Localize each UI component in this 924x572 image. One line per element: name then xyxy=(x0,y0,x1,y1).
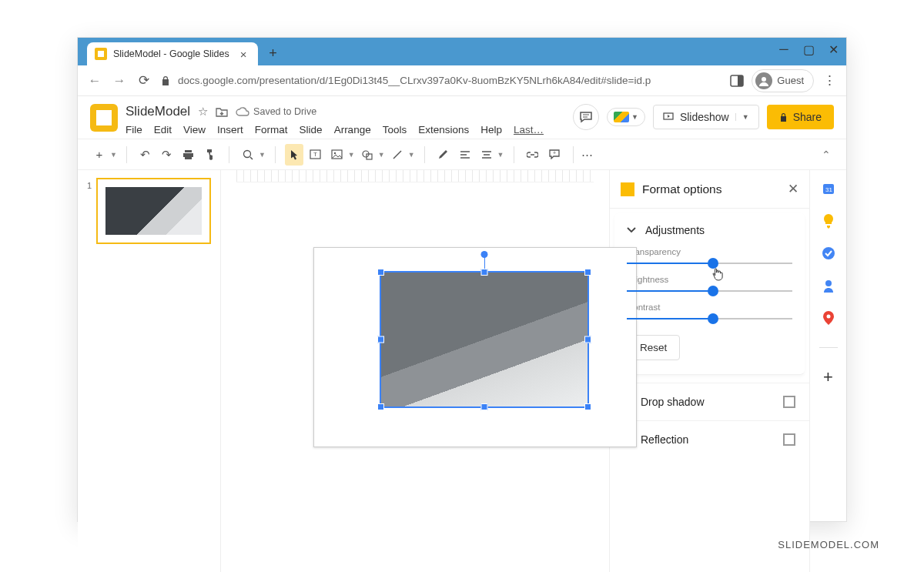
align-left-button[interactable] xyxy=(456,144,474,166)
meet-icon xyxy=(614,112,629,122)
shape-button[interactable] xyxy=(358,144,377,166)
redo-button[interactable]: ↷ xyxy=(158,144,176,166)
drop-shadow-checkbox[interactable] xyxy=(783,396,795,408)
star-icon[interactable]: ☆ xyxy=(198,105,208,119)
new-slide-button[interactable]: + xyxy=(90,144,109,166)
slide-canvas-area[interactable]: Explore xyxy=(221,170,609,572)
nav-forward-icon[interactable]: → xyxy=(112,73,127,89)
window-close-icon[interactable]: ✕ xyxy=(828,44,839,55)
resize-handle-br[interactable] xyxy=(584,403,591,410)
contrast-label: Contrast xyxy=(627,303,792,312)
slideshow-button[interactable]: Slideshow ▼ xyxy=(653,105,759,129)
svg-rect-1 xyxy=(738,75,743,86)
brightness-slider[interactable] xyxy=(627,290,792,292)
undo-button[interactable]: ↶ xyxy=(136,144,155,166)
image-button[interactable] xyxy=(328,144,346,166)
menu-extensions[interactable]: Extensions xyxy=(418,124,469,135)
add-addon-icon[interactable]: + xyxy=(821,370,836,385)
paint-format-button[interactable] xyxy=(201,144,219,166)
slide-thumbnail[interactable] xyxy=(96,178,211,244)
selected-image[interactable] xyxy=(380,271,589,408)
resize-handle-ml[interactable] xyxy=(377,336,384,343)
more-tools-button[interactable]: ⋯ xyxy=(578,144,597,166)
resize-handle-tm[interactable] xyxy=(481,269,488,276)
textbox-button[interactable]: T xyxy=(306,144,325,166)
menu-slide[interactable]: Slide xyxy=(300,124,323,135)
menu-help[interactable]: Help xyxy=(480,124,502,135)
horizontal-ruler xyxy=(236,170,594,182)
new-tab-button[interactable]: + xyxy=(263,42,284,64)
svg-text:T: T xyxy=(313,151,317,158)
format-options-icon xyxy=(621,182,634,196)
menu-insert[interactable]: Insert xyxy=(217,124,243,135)
menu-tools[interactable]: Tools xyxy=(383,124,407,135)
keep-icon[interactable] xyxy=(821,213,836,229)
collapse-toolbar-button[interactable]: ⌃ xyxy=(822,149,831,161)
slide-canvas[interactable] xyxy=(313,247,637,447)
guest-label: Guest xyxy=(777,75,804,86)
nav-back-icon[interactable]: ← xyxy=(87,73,102,89)
menu-edit[interactable]: Edit xyxy=(154,124,172,135)
url-text: docs.google.com/presentation/d/1Eg0Di13t… xyxy=(178,75,651,86)
menubar: File Edit View Insert Format Slide Arran… xyxy=(126,124,565,135)
browser-tab[interactable]: SlideModel - Google Slides × xyxy=(87,42,258,65)
pen-button[interactable] xyxy=(434,144,453,166)
menu-format[interactable]: Format xyxy=(255,124,288,135)
window-minimize-icon[interactable]: ─ xyxy=(778,44,789,55)
format-options-sidepanel: Format options ✕ Adjustments Transparenc… xyxy=(609,170,809,572)
contacts-icon[interactable] xyxy=(821,278,836,293)
comment-button[interactable]: + xyxy=(545,144,564,166)
select-tool-button[interactable] xyxy=(285,144,303,166)
guest-profile-button[interactable]: Guest xyxy=(752,69,814,92)
thumbnail-image xyxy=(105,187,202,235)
share-button[interactable]: Share xyxy=(767,105,834,129)
line-button[interactable] xyxy=(388,144,407,166)
avatar-icon xyxy=(755,72,772,89)
resize-handle-bm[interactable] xyxy=(481,403,488,410)
tab-close-icon[interactable]: × xyxy=(240,48,247,61)
svg-point-2 xyxy=(762,77,766,82)
resize-handle-mr[interactable] xyxy=(584,336,591,343)
menu-last[interactable]: Last… xyxy=(514,124,544,135)
maps-icon[interactable] xyxy=(821,310,836,326)
browser-window: SlideModel - Google Slides × + ─ ▢ ✕ ← →… xyxy=(77,37,847,522)
comments-button[interactable] xyxy=(573,104,599,130)
panel-toggle-icon[interactable] xyxy=(730,75,744,87)
resize-handle-tl[interactable] xyxy=(377,269,384,276)
nav-reload-icon[interactable]: ⟳ xyxy=(136,72,152,89)
reflection-checkbox[interactable] xyxy=(783,433,795,446)
align-center-button[interactable] xyxy=(477,144,496,166)
brightness-label: Brightness xyxy=(627,275,792,284)
resize-handle-bl[interactable] xyxy=(377,403,384,410)
doc-title[interactable]: SlideModel xyxy=(126,104,190,119)
menu-file[interactable]: File xyxy=(126,124,142,135)
rotation-handle[interactable] xyxy=(481,251,488,258)
slides-favicon-icon xyxy=(95,48,107,60)
svg-point-8 xyxy=(334,152,336,154)
menu-view[interactable]: View xyxy=(183,124,206,135)
menu-arrange[interactable]: Arrange xyxy=(334,124,371,135)
transparency-slider[interactable] xyxy=(627,263,792,264)
browser-menu-icon[interactable]: ⋮ xyxy=(822,72,837,89)
svg-point-23 xyxy=(826,315,830,319)
lock-icon xyxy=(779,112,788,122)
zoom-button[interactable] xyxy=(239,144,257,166)
slides-logo-icon[interactable] xyxy=(90,104,118,132)
meet-button[interactable]: ▼ xyxy=(607,108,645,126)
tasks-icon[interactable] xyxy=(821,246,836,261)
link-button[interactable] xyxy=(524,144,542,166)
contrast-slider[interactable] xyxy=(627,318,792,319)
drop-shadow-section[interactable]: Drop shadow xyxy=(610,383,809,420)
slide-number: 1 xyxy=(87,178,92,244)
close-sidepanel-button[interactable]: ✕ xyxy=(788,181,798,197)
calendar-icon[interactable]: 31 xyxy=(821,181,836,196)
chevron-down-icon xyxy=(627,227,636,233)
cursor-hand-icon xyxy=(711,267,724,281)
print-button[interactable] xyxy=(179,144,198,166)
url-input[interactable]: docs.google.com/presentation/d/1Eg0Di13t… xyxy=(161,75,721,86)
adjustments-header[interactable]: Adjustments xyxy=(627,224,792,236)
reflection-section[interactable]: Reflection xyxy=(610,420,809,458)
move-folder-icon[interactable] xyxy=(216,106,228,117)
resize-handle-tr[interactable] xyxy=(584,269,591,276)
window-maximize-icon[interactable]: ▢ xyxy=(803,44,814,55)
